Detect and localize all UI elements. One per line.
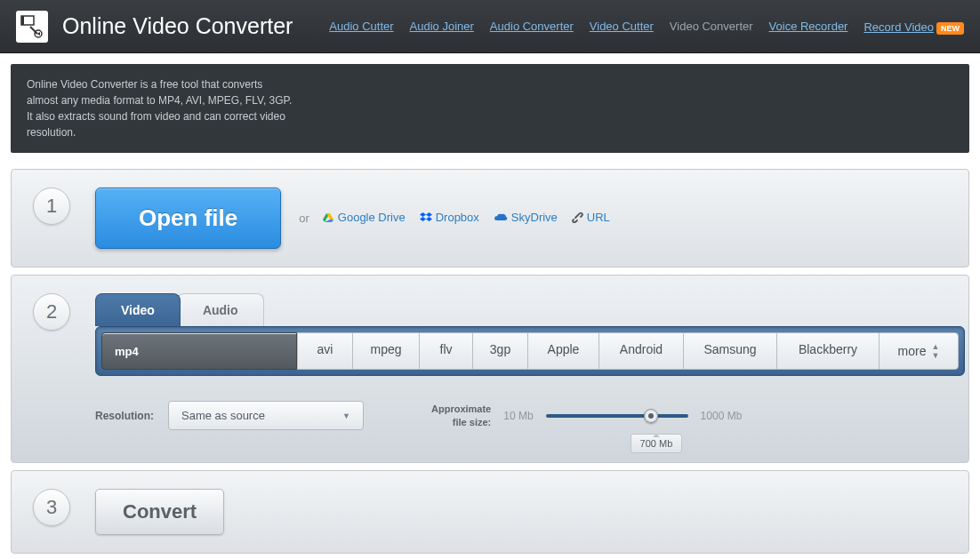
filesize-label: Approximatefile size:	[431, 403, 491, 428]
resolution-select[interactable]: Same as source ▼	[168, 401, 364, 430]
url-icon	[572, 212, 583, 226]
source-dropbox[interactable]: Dropbox	[420, 211, 479, 225]
svg-marker-8	[426, 212, 432, 217]
dropbox-icon	[420, 212, 432, 226]
format-avi[interactable]: avi	[297, 332, 352, 370]
format-3gp[interactable]: 3gp	[472, 332, 527, 370]
svg-marker-9	[420, 217, 426, 221]
updown-icon: ▲▼	[931, 342, 939, 360]
slider-thumb[interactable]	[644, 409, 658, 423]
format-flv[interactable]: flv	[419, 332, 472, 370]
filesize-slider[interactable]: 700 Mb	[546, 414, 688, 418]
svg-marker-6	[325, 220, 333, 222]
svg-marker-10	[426, 217, 432, 221]
step-number: 1	[33, 188, 70, 225]
nav-audio-cutter[interactable]: Audio Cutter	[329, 20, 393, 33]
nav-record-video-wrap[interactable]: Record VideoNEW	[864, 19, 964, 35]
open-file-button[interactable]: Open file	[95, 188, 281, 249]
format-type-tabs: Video Audio	[95, 293, 965, 326]
format-apple[interactable]: Apple	[527, 332, 598, 370]
nav-audio-converter[interactable]: Audio Converter	[490, 20, 574, 33]
gdrive-icon	[322, 212, 334, 226]
top-nav: Audio Cutter Audio Joiner Audio Converte…	[329, 19, 964, 35]
convert-button[interactable]: Convert	[95, 489, 224, 535]
format-blackberry[interactable]: Blackberry	[776, 332, 879, 370]
step-number: 2	[33, 293, 70, 331]
chevron-down-icon: ▼	[342, 411, 350, 420]
source-url[interactable]: URL	[572, 211, 610, 226]
format-more[interactable]: more▲▼	[879, 332, 959, 370]
nav-voice-recorder[interactable]: Voice Recorder	[769, 20, 848, 33]
nav-video-cutter[interactable]: Video Cutter	[590, 20, 654, 33]
header: Online Video Converter Audio Cutter Audi…	[0, 0, 980, 53]
tab-audio[interactable]: Audio	[177, 293, 264, 326]
svg-marker-3	[37, 32, 41, 36]
description-panel: Online Video Converter is a free tool th…	[11, 64, 969, 153]
resolution-value: Same as source	[181, 409, 265, 422]
nav-video-converter: Video Converter	[670, 20, 753, 33]
format-android[interactable]: Android	[598, 332, 683, 370]
step-3: 3 Convert	[11, 470, 969, 554]
source-google-drive[interactable]: Google Drive	[322, 211, 406, 225]
nav-record-video[interactable]: Record Video	[864, 20, 934, 34]
step-2: 2 Video Audio mp4 avi mpeg flv 3gp Apple…	[11, 275, 969, 463]
app-logo-icon	[16, 11, 48, 43]
or-text: or	[299, 212, 309, 225]
size-min: 10 Mb	[503, 410, 533, 422]
resolution-label: Resolution:	[95, 410, 154, 422]
format-samsung[interactable]: Samsung	[683, 332, 776, 370]
size-max: 1000 Mb	[701, 410, 743, 422]
step-number: 3	[33, 489, 70, 526]
format-mp4[interactable]: mp4	[101, 332, 297, 370]
tab-video[interactable]: Video	[95, 293, 181, 326]
svg-marker-7	[420, 212, 426, 217]
slider-tooltip: 700 Mb	[631, 434, 683, 453]
source-skydrive[interactable]: SkyDrive	[494, 211, 558, 225]
step-1: 1 Open file or Google Drive Dropbox SkyD…	[11, 169, 969, 268]
skydrive-icon	[494, 212, 508, 226]
format-mpeg[interactable]: mpeg	[352, 332, 419, 370]
svg-rect-1	[21, 16, 24, 25]
page-title: Online Video Converter	[62, 13, 329, 39]
format-bar: mp4 avi mpeg flv 3gp Apple Android Samsu…	[95, 326, 965, 376]
description-text: Online Video Converter is a free tool th…	[27, 76, 293, 140]
new-badge: NEW	[936, 22, 964, 35]
nav-audio-joiner[interactable]: Audio Joiner	[410, 20, 474, 33]
